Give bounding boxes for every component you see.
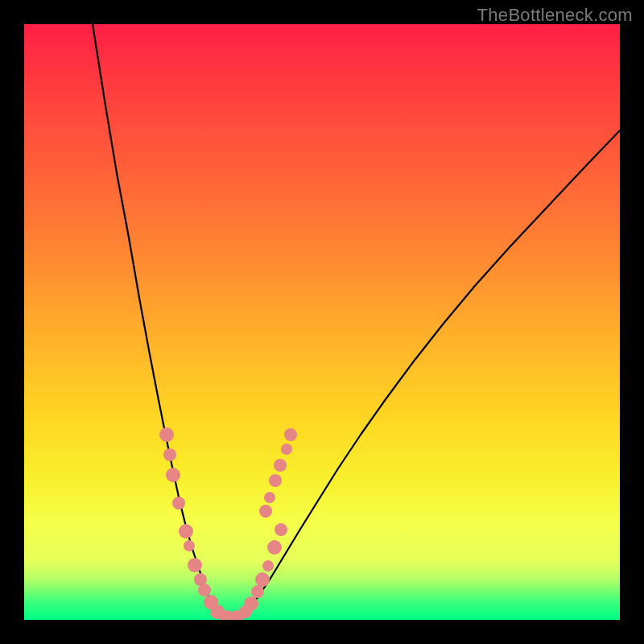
curve-marker xyxy=(269,474,282,487)
curve-marker xyxy=(159,427,174,442)
watermark-text: TheBottleneck.com xyxy=(477,5,633,26)
curve-marker xyxy=(198,584,211,597)
curve-marker xyxy=(274,459,287,472)
curve-marker xyxy=(284,428,297,441)
curve-marker xyxy=(184,540,195,551)
chart-frame: TheBottleneck.com xyxy=(0,0,644,644)
curve-marker xyxy=(255,572,270,587)
curve-marker xyxy=(262,560,274,572)
curve-marker xyxy=(259,505,272,518)
v-curve-path xyxy=(93,24,620,618)
curve-marker xyxy=(172,497,185,510)
curve-marker xyxy=(179,524,193,539)
curve-marker xyxy=(267,540,282,555)
curve-markers xyxy=(159,427,297,620)
bottleneck-curve xyxy=(93,24,620,618)
curve-marker xyxy=(163,448,176,461)
curve-marker xyxy=(275,523,287,536)
curve-layer xyxy=(24,24,620,620)
plot-area xyxy=(24,24,620,620)
curve-marker xyxy=(281,444,292,455)
curve-marker xyxy=(264,492,275,503)
curve-marker xyxy=(188,558,202,572)
curve-marker xyxy=(244,597,258,611)
curve-marker xyxy=(166,468,180,482)
curve-marker xyxy=(251,585,264,598)
